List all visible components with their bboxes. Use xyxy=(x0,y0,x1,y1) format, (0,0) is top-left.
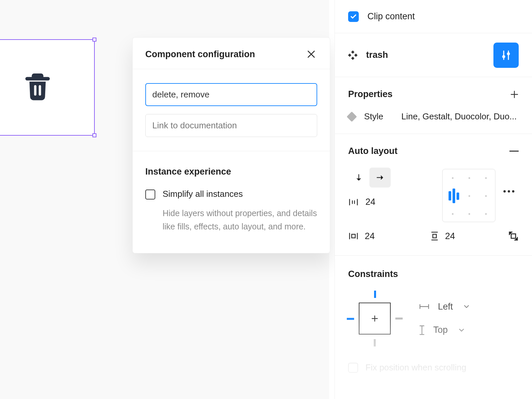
padding-expand-button[interactable] xyxy=(508,231,519,241)
component-name-row: trash xyxy=(335,33,532,77)
documentation-link-input[interactable] xyxy=(145,114,317,137)
svg-rect-1 xyxy=(39,85,41,96)
padding-vertical-icon xyxy=(430,231,439,241)
horizontal-constraint-value: Left xyxy=(438,302,453,312)
svg-rect-8 xyxy=(352,234,355,238)
fix-position-checkbox[interactable] xyxy=(348,363,358,373)
close-button[interactable] xyxy=(305,48,317,60)
clip-content-row: Clip content xyxy=(335,0,532,33)
selected-frame[interactable] xyxy=(0,39,95,136)
simplify-all-instances-checkbox[interactable] xyxy=(145,190,155,200)
padding-horizontal-icon xyxy=(348,231,359,241)
svg-rect-10 xyxy=(511,234,515,238)
chevron-down-icon xyxy=(464,305,469,309)
svg-rect-9 xyxy=(433,234,436,238)
clip-content-checkbox[interactable] xyxy=(348,11,359,22)
add-property-button[interactable] xyxy=(510,90,519,99)
properties-title: Properties xyxy=(348,89,393,99)
component-configuration-modal: Component configuration Instance experie… xyxy=(132,37,330,253)
auto-layout-more-button[interactable] xyxy=(503,190,514,193)
simplify-description: Hide layers without properties, and deta… xyxy=(163,206,317,233)
vertical-constraint-value: Top xyxy=(433,325,448,335)
padding-horizontal-value: 24 xyxy=(365,231,375,241)
svg-rect-5 xyxy=(354,54,357,57)
properties-section: Properties Style Line, Gestalt, Duocolor… xyxy=(335,77,532,134)
clip-content-label: Clip content xyxy=(367,11,415,22)
component-icon xyxy=(348,51,357,60)
svg-point-6 xyxy=(502,55,505,58)
horizontal-constraint-select[interactable]: Left xyxy=(419,302,469,312)
component-name: trash xyxy=(366,50,493,60)
direction-vertical-button[interactable] xyxy=(348,168,369,188)
auto-layout-section: Auto layout xyxy=(335,134,532,256)
svg-rect-0 xyxy=(34,85,36,96)
horizontal-constraint-icon xyxy=(419,303,430,310)
svg-rect-2 xyxy=(351,51,354,54)
svg-rect-3 xyxy=(351,57,354,60)
resize-handle-tr[interactable] xyxy=(92,38,96,42)
property-name: Style xyxy=(364,111,393,122)
svg-rect-4 xyxy=(348,54,351,57)
constraints-diagram[interactable] xyxy=(348,292,401,345)
property-values: Line, Gestalt, Duocolor, Duo... xyxy=(401,111,519,122)
constraints-section: Constraints Left xyxy=(335,256,532,373)
svg-point-7 xyxy=(507,52,510,55)
padding-horizontal-field[interactable]: 24 xyxy=(348,231,413,241)
padding-vertical-field[interactable]: 24 xyxy=(430,231,495,241)
resize-handle-br[interactable] xyxy=(92,133,96,137)
modal-title: Component configuration xyxy=(145,49,255,60)
property-row[interactable]: Style Line, Gestalt, Duocolor, Duo... xyxy=(348,111,519,122)
description-input[interactable] xyxy=(145,83,317,106)
alignment-control[interactable] xyxy=(442,169,495,222)
inspector-panel: Clip content trash Properties xyxy=(334,0,532,399)
vertical-constraint-select[interactable]: Top xyxy=(419,325,469,336)
constraints-title: Constraints xyxy=(348,269,519,279)
padding-vertical-value: 24 xyxy=(445,231,455,241)
chevron-down-icon xyxy=(459,328,465,332)
direction-horizontal-button[interactable] xyxy=(369,168,391,188)
fix-position-label: Fix position when scrolling xyxy=(365,362,466,373)
instance-experience-title: Instance experience xyxy=(145,167,317,177)
item-spacing-field[interactable]: 24 xyxy=(348,197,442,207)
item-spacing-icon xyxy=(348,198,359,207)
vertical-constraint-icon xyxy=(419,325,425,336)
variant-icon xyxy=(346,111,357,122)
item-spacing-value: 24 xyxy=(365,197,375,207)
auto-layout-title: Auto layout xyxy=(348,146,398,156)
remove-auto-layout-button[interactable] xyxy=(509,151,519,152)
trash-icon xyxy=(24,72,52,103)
fix-position-row[interactable]: Fix position when scrolling xyxy=(348,362,519,373)
simplify-label: Simplify all instances xyxy=(163,189,317,199)
component-settings-button[interactable] xyxy=(493,43,519,68)
